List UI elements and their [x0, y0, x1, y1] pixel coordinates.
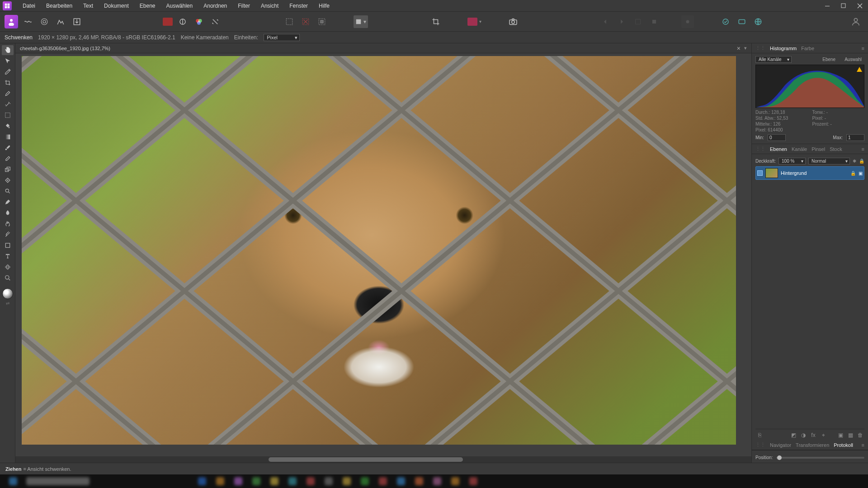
layer-visibility-checkbox[interactable] — [757, 170, 763, 176]
taskbar-app-icon[interactable] — [433, 477, 441, 485]
color-picker-tool[interactable] — [2, 67, 14, 77]
add-fx-icon[interactable]: fx — [809, 432, 817, 438]
clone-tool[interactable] — [2, 164, 14, 174]
taskbar-app-icon[interactable] — [234, 477, 242, 485]
cloud-globe-icon[interactable] — [752, 15, 764, 28]
tab-history[interactable]: Protokoll — [834, 442, 853, 448]
menu-select[interactable]: Auswählen — [160, 0, 198, 12]
taskbar-app-icon[interactable] — [415, 477, 423, 485]
crop-tool[interactable] — [2, 78, 14, 88]
taskbar-app-icon[interactable] — [325, 477, 333, 485]
move-tool[interactable] — [2, 56, 14, 66]
persona-liquify-icon[interactable] — [22, 15, 34, 28]
menu-layer[interactable]: Ebene — [134, 0, 161, 12]
cloud-browse-icon[interactable] — [736, 15, 748, 28]
document-tab-close-icon[interactable]: × — [737, 45, 741, 52]
taskbar-app-icon[interactable] — [198, 477, 206, 485]
window-maximize[interactable] — [835, 0, 852, 12]
menu-help[interactable]: Hilfe — [313, 0, 335, 12]
taskbar-app-icon[interactable] — [397, 477, 405, 485]
tab-color[interactable]: Farbe — [801, 46, 814, 51]
menu-edit[interactable]: Bearbeiten — [41, 0, 78, 12]
menu-view[interactable]: Ansicht — [255, 0, 284, 12]
assistant-toggle-icon[interactable] — [467, 18, 477, 26]
taskbar-app-icon[interactable] — [451, 477, 459, 485]
group-layers-icon[interactable]: ▣ — [836, 432, 844, 438]
selection-invert-icon[interactable] — [316, 15, 328, 28]
camera-icon[interactable] — [507, 15, 519, 28]
blendmode-select[interactable]: Normal — [808, 158, 850, 164]
layer-row-background[interactable]: Hintergrund 🔒 ▣ — [755, 166, 864, 180]
mesh-tool[interactable] — [2, 262, 14, 272]
taskbar-app-icon[interactable] — [270, 477, 278, 485]
history-slider[interactable] — [776, 457, 864, 459]
tab-histogram[interactable]: Histogramm — [770, 46, 797, 51]
layer-link-icon[interactable]: ⎘ — [755, 432, 764, 438]
tab-transform[interactable]: Transformieren — [796, 442, 829, 448]
swap-colors-icon[interactable]: ⇄ — [6, 301, 9, 306]
heal-tool[interactable] — [2, 175, 14, 185]
taskbar-app-icon[interactable] — [288, 477, 297, 485]
toggle-autocolors-icon[interactable] — [193, 15, 205, 28]
taskbar-app-icon[interactable] — [216, 477, 224, 485]
zoom-tool[interactable] — [2, 273, 14, 283]
histogram-scope-layer[interactable]: Ebene — [820, 56, 838, 62]
persona-develop-icon[interactable] — [38, 15, 51, 28]
crop-toggle-icon[interactable] — [429, 15, 442, 28]
paint-brush-tool[interactable] — [2, 143, 14, 153]
taskbar-app-icon[interactable] — [469, 477, 477, 485]
canvas-h-scrollbar[interactable] — [15, 456, 751, 463]
persona-export-icon[interactable] — [71, 15, 83, 28]
marquee-tool[interactable] — [2, 110, 14, 120]
persona-photo-icon[interactable] — [5, 15, 18, 28]
units-select[interactable]: Pixel — [264, 34, 300, 41]
pen-tool[interactable] — [2, 197, 14, 207]
taskbar-app-icon[interactable] — [252, 477, 260, 485]
smudge-tool[interactable] — [2, 208, 14, 218]
hist-min-input[interactable] — [768, 134, 786, 141]
add-adjustment-icon[interactable]: ◑ — [799, 432, 807, 438]
selection-new-icon[interactable] — [283, 15, 296, 28]
burn-tool[interactable] — [2, 219, 14, 229]
toggle-autolevels-icon[interactable] — [176, 15, 189, 28]
taskbar-start-icon[interactable] — [9, 477, 17, 485]
add-mask-icon[interactable]: ◩ — [789, 432, 797, 438]
taskbar-app-icon[interactable] — [379, 477, 387, 485]
window-close[interactable] — [852, 0, 868, 12]
menu-arrange[interactable]: Anordnen — [198, 0, 232, 12]
add-pixel-layer-icon[interactable]: ▦ — [846, 432, 854, 438]
tab-navigator[interactable]: Navigator — [770, 442, 791, 448]
menu-document[interactable]: Dokument — [99, 0, 134, 12]
toggle-autowb-icon[interactable] — [209, 15, 222, 28]
menu-filter[interactable]: Filter — [232, 0, 255, 12]
quickmask-dropdown[interactable]: ▾ — [354, 15, 368, 28]
tab-channels[interactable]: Kanäle — [792, 146, 807, 152]
layer-lock-icon[interactable]: 🔒 — [859, 159, 864, 164]
menu-window[interactable]: Fenster — [284, 0, 313, 12]
account-icon[interactable] — [849, 15, 863, 28]
view-hand-tool[interactable] — [2, 45, 14, 55]
shape-tool[interactable] — [2, 240, 14, 250]
foreground-color-chip[interactable] — [2, 288, 13, 299]
canvas-h-scrollthumb[interactable] — [269, 457, 463, 462]
opacity-select[interactable]: 100 % — [778, 158, 806, 164]
taskbar-app-icon[interactable] — [343, 477, 351, 485]
taskbar-app-icon[interactable] — [307, 477, 315, 485]
histogram-scope-selection[interactable]: Auswahl — [842, 56, 864, 62]
selection-brush-tool[interactable] — [2, 89, 14, 99]
cloud-sync-icon[interactable] — [719, 15, 732, 28]
layers-panel-menu-icon[interactable]: ≡ — [862, 146, 864, 152]
tab-layers[interactable]: Ebenen — [770, 146, 787, 152]
taskbar-app-icon[interactable] — [361, 477, 369, 485]
sponge-tool[interactable] — [2, 230, 14, 239]
hist-max-input[interactable] — [846, 134, 864, 141]
history-slider-knob[interactable] — [777, 455, 782, 460]
magic-wand-tool[interactable] — [2, 99, 14, 109]
document-tab[interactable]: cheetah-g3635066ee_1920.jpg (132,7%) × ▾ — [15, 43, 751, 53]
histogram-panel-menu-icon[interactable]: ≡ — [862, 46, 864, 51]
add-live-filter-icon[interactable]: ⌖ — [819, 432, 827, 438]
menu-file[interactable]: Datei — [17, 0, 41, 12]
flood-fill-tool[interactable] — [2, 121, 14, 131]
tab-stock[interactable]: Stock — [830, 146, 842, 152]
tab-brushes[interactable]: Pinsel — [811, 146, 825, 152]
